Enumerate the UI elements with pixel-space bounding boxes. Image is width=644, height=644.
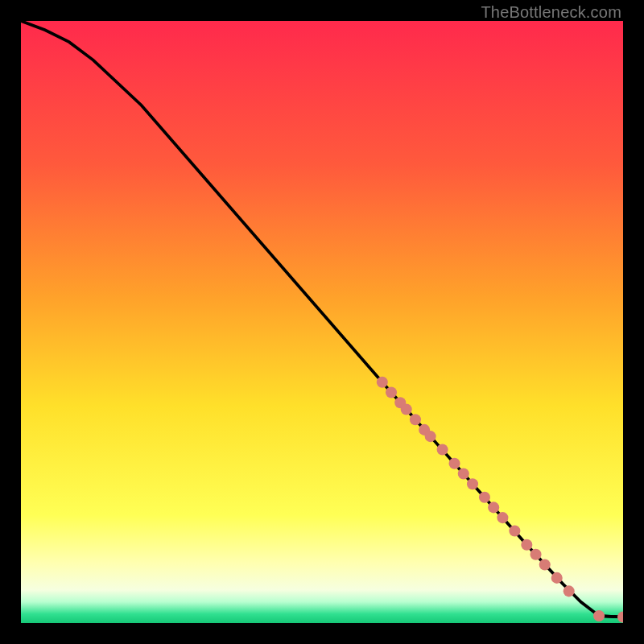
watermark-text: TheBottleneck.com [481, 3, 621, 22]
data-dot [497, 512, 508, 523]
chart-stage: TheBottleneck.com [0, 0, 644, 644]
data-dot [521, 539, 532, 551]
data-dot [593, 610, 605, 621]
data-dot [377, 377, 388, 388]
data-dot [617, 611, 623, 622]
curve-layer [21, 21, 623, 623]
data-dot [467, 478, 478, 489]
data-dot [425, 431, 436, 442]
data-dot [401, 403, 412, 415]
data-dot [551, 572, 563, 584]
data-dot [564, 585, 575, 597]
plot-area [21, 21, 623, 623]
data-dot [509, 526, 520, 537]
data-dot [530, 549, 542, 560]
data-dot [410, 414, 421, 425]
data-dot [488, 502, 499, 513]
data-dot [437, 444, 448, 456]
main-curve [21, 21, 623, 617]
data-dot [386, 386, 397, 398]
data-dot [539, 559, 551, 570]
data-dot [458, 468, 469, 479]
data-dot [479, 492, 490, 503]
data-dot [449, 458, 460, 469]
data-dots [377, 377, 623, 623]
